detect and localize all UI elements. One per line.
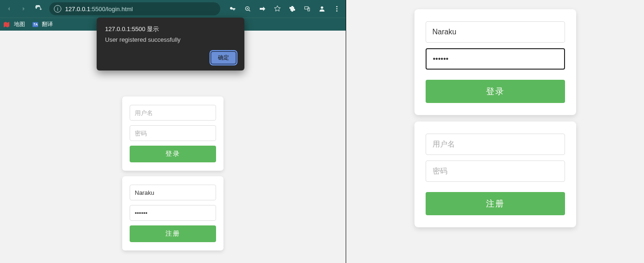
login-username-input[interactable] <box>130 105 216 121</box>
zoom-icon[interactable] <box>242 3 254 15</box>
site-info-icon[interactable]: i <box>54 5 61 13</box>
toolbar-icons <box>227 3 343 15</box>
extensions-icon[interactable] <box>286 3 298 15</box>
right-register-button[interactable]: 注册 <box>426 192 565 215</box>
bookmark-item-translate[interactable]: 翻译 <box>32 20 53 28</box>
alert-title: 127.0.0.1:5500 显示 <box>105 25 236 33</box>
bookmark-star-icon[interactable] <box>271 3 283 15</box>
key-icon[interactable] <box>227 3 239 15</box>
forward-button[interactable] <box>18 3 30 15</box>
alert-ok-button[interactable]: 确定 <box>211 51 236 64</box>
devices-icon[interactable] <box>301 3 313 15</box>
svg-point-6 <box>336 10 338 12</box>
right-login-card: 登录 <box>414 9 576 115</box>
menu-dots-icon[interactable] <box>331 3 343 15</box>
alert-message: User registered successfully <box>105 36 236 43</box>
reload-button[interactable] <box>33 3 45 15</box>
bookmark-item-label: 翻译 <box>42 20 53 28</box>
url-path: :5500/login.html <box>90 6 133 13</box>
login-password-input[interactable] <box>130 125 216 141</box>
translate-icon <box>32 21 39 28</box>
browser-address-bar: i 127.0.0.1:5500/login.html <box>0 0 346 18</box>
alert-dialog: 127.0.0.1:5500 显示 User registered succes… <box>97 18 244 71</box>
bookmark-item-label: 地图 <box>14 20 25 28</box>
left-browser-pane: i 127.0.0.1:5500/login.html 地图 翻译 <box>0 0 346 263</box>
register-card: 注册 <box>122 176 223 250</box>
right-login-button[interactable]: 登录 <box>426 80 565 103</box>
right-login-username-input[interactable] <box>426 21 565 43</box>
right-preview-pane: 登录 注册 <box>346 0 644 263</box>
map-icon <box>4 21 11 28</box>
bookmark-item-maps[interactable]: 地图 <box>4 20 25 28</box>
right-login-password-input[interactable] <box>426 48 565 70</box>
back-button[interactable] <box>3 3 15 15</box>
url-host: 127.0.0.1 <box>65 6 90 13</box>
svg-point-4 <box>336 6 338 7</box>
login-button[interactable]: 登录 <box>130 146 216 162</box>
svg-point-3 <box>321 6 323 9</box>
register-password-input[interactable] <box>130 205 216 221</box>
profile-icon[interactable] <box>316 3 328 15</box>
right-register-password-input[interactable] <box>426 160 565 182</box>
svg-point-5 <box>336 8 338 10</box>
register-button[interactable]: 注册 <box>130 225 216 242</box>
register-username-input[interactable] <box>130 185 216 200</box>
login-card: 登录 <box>122 96 223 171</box>
svg-rect-2 <box>308 8 309 11</box>
right-register-card: 注册 <box>414 122 576 227</box>
right-register-username-input[interactable] <box>426 134 565 155</box>
share-icon[interactable] <box>256 3 269 15</box>
url-field[interactable]: i 127.0.0.1:5500/login.html <box>49 2 220 15</box>
